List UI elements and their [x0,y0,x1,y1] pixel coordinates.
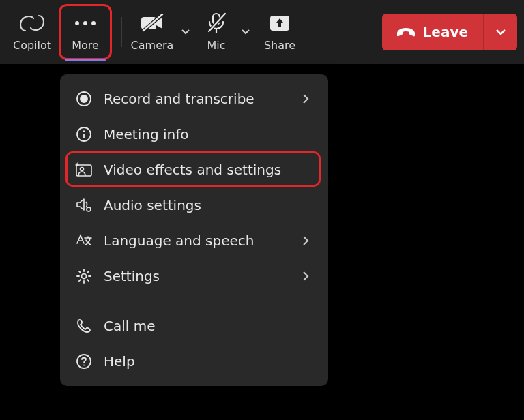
menu-label: Help [104,353,291,370]
svg-point-1 [83,21,87,25]
svg-point-2 [91,21,96,25]
gear-icon [75,267,93,285]
mic-label: Mic [207,39,225,52]
more-dropdown-menu: Record and transcribe Meeting info Video… [60,74,328,386]
more-button[interactable]: More [59,4,112,60]
menu-item-audio-settings[interactable]: Audio settings [60,188,328,223]
chevron-down-icon [495,28,507,36]
hangup-icon [396,26,416,38]
menu-label: Settings [104,268,291,284]
camera-caret-button[interactable] [177,5,194,59]
leave-button[interactable]: Leave [382,14,483,50]
copilot-button[interactable]: Copilot [7,5,57,59]
mic-button[interactable]: Mic [196,5,237,59]
share-button[interactable]: Share [256,5,304,59]
menu-item-help[interactable]: Help [60,344,328,379]
camera-off-icon [140,13,164,33]
menu-label: Audio settings [104,197,291,213]
svg-point-15 [83,130,85,132]
leave-label: Leave [423,24,468,40]
toolbar-divider [121,17,122,47]
svg-point-18 [87,207,91,211]
record-icon [75,90,93,108]
chevron-right-icon [302,271,313,282]
leave-button-group: Leave [382,14,517,50]
menu-item-language-speech[interactable]: Language and speech [60,223,328,258]
more-label: More [72,39,99,52]
video-effects-icon [75,161,93,179]
share-icon [269,13,291,33]
phone-icon [75,317,93,335]
copilot-label: Copilot [13,39,51,52]
menu-label: Call me [104,318,291,334]
mic-off-icon [206,13,227,33]
camera-button[interactable]: Camera [128,5,177,59]
menu-divider [60,301,328,301]
svg-point-17 [81,168,84,171]
chevron-right-icon [302,235,313,246]
chevron-down-icon [241,29,250,35]
svg-point-12 [81,95,87,102]
help-icon [75,352,93,370]
info-icon [75,125,93,143]
chevron-right-icon [302,93,313,104]
menu-item-meeting-info[interactable]: Meeting info [60,117,328,152]
svg-point-21 [83,365,85,366]
menu-item-video-effects[interactable]: Video effects and settings [60,152,328,188]
menu-label: Language and speech [104,232,291,249]
copilot-icon [18,13,46,33]
share-label: Share [264,39,295,52]
svg-point-19 [82,274,87,279]
mic-caret-button[interactable] [237,5,254,59]
menu-item-settings[interactable]: Settings [60,258,328,294]
meeting-toolbar: Copilot More Camera [0,0,524,64]
audio-settings-icon [75,196,93,214]
menu-label: Video effects and settings [104,162,291,178]
menu-label: Record and transcribe [104,91,291,107]
chevron-down-icon [181,29,190,35]
camera-label: Camera [131,39,174,52]
more-icon [74,13,97,33]
menu-item-call-me[interactable]: Call me [60,308,328,344]
svg-point-0 [75,21,79,25]
menu-item-record-transcribe[interactable]: Record and transcribe [60,81,328,117]
menu-label: Meeting info [104,126,291,142]
leave-caret-button[interactable] [483,14,517,50]
language-icon [75,232,93,250]
